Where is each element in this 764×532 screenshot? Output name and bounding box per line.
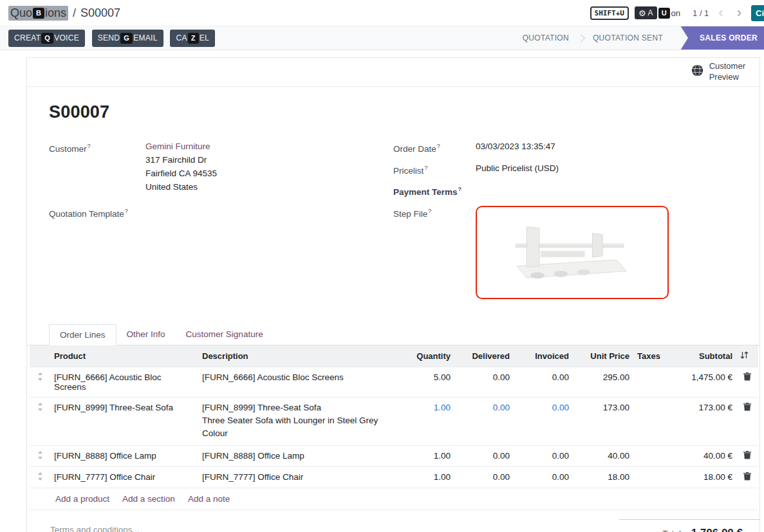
order-line-row-2[interactable]: [FURN_8999] Three-Seat Sofa [FURN_8999] … <box>30 397 758 445</box>
cancel-label-post: EL <box>200 33 209 42</box>
tab-order-lines[interactable]: Order Lines <box>49 324 116 345</box>
cell-quantity[interactable]: 1.00 <box>398 466 454 488</box>
cell-taxes[interactable] <box>633 367 669 397</box>
delete-line-icon[interactable] <box>743 372 751 383</box>
cell-invoiced[interactable]: 0.00 <box>514 397 573 445</box>
pricelist-value[interactable]: Public Pricelist (USD) <box>476 161 559 178</box>
header-unit-price[interactable]: Unit Price <box>573 345 633 367</box>
header-description[interactable]: Description <box>198 345 398 367</box>
order-date-value[interactable]: 03/03/2023 13:35:47 <box>476 140 555 156</box>
table-footer-links-row: Add a product Add a section Add a note <box>30 488 758 509</box>
gear-icon: ⚙ <box>638 9 646 17</box>
cell-product[interactable]: [FURN_6666] Acoustic Bloc Screens <box>50 367 198 397</box>
drag-handle-icon[interactable] <box>37 403 43 413</box>
cell-invoiced[interactable]: 0.00 <box>514 367 573 397</box>
header-invoiced[interactable]: Invoiced <box>514 345 573 367</box>
drag-handle-icon[interactable] <box>37 372 43 383</box>
customer-link[interactable]: Gemini Furniture <box>145 140 217 153</box>
drag-handle-icon[interactable] <box>37 451 43 461</box>
help-tooltip-marker: ? <box>424 165 427 171</box>
cell-invoiced[interactable]: 0.00 <box>514 445 573 466</box>
step-file-3d-render <box>503 216 642 289</box>
status-step-quotation[interactable]: QUOTATION <box>512 33 580 42</box>
cell-quantity[interactable]: 5.00 <box>398 367 454 397</box>
header-subtotal[interactable]: Subtotal <box>669 345 736 367</box>
step-file-preview[interactable] <box>476 206 669 299</box>
kbd-hint-send-email: G <box>120 33 133 44</box>
cell-product[interactable]: [FURN_7777] Office Chair <box>50 466 198 488</box>
cell-delivered[interactable]: 0.00 <box>454 397 514 445</box>
address-line-1: 317 Fairchild Dr <box>145 153 217 167</box>
header-delivered[interactable]: Delivered <box>454 345 514 367</box>
cell-unit-price[interactable]: 18.00 <box>573 466 633 488</box>
kbd-hint-action: U <box>658 8 670 19</box>
cell-unit-price[interactable]: 173.00 <box>573 397 633 445</box>
cell-delivered[interactable]: 0.00 <box>454 466 514 488</box>
cell-description[interactable]: [FURN_7777] Office Chair <box>198 466 398 488</box>
terms-and-conditions-input[interactable]: Terms and conditions... <box>50 525 140 532</box>
cell-invoiced[interactable]: 0.00 <box>514 466 573 488</box>
cell-unit-price[interactable]: 295.00 <box>573 367 633 397</box>
address-line-3: United States <box>145 180 217 194</box>
header-product[interactable]: Product <box>50 345 198 367</box>
customer-label: Customer? <box>49 140 145 194</box>
pager-previous-button[interactable]: ‹ <box>714 6 727 20</box>
optional-columns-icon[interactable] <box>736 345 758 367</box>
cell-delivered[interactable]: 0.00 <box>454 445 514 466</box>
pager-next-button[interactable]: › <box>733 6 745 20</box>
cancel-button[interactable]: CAZEL <box>170 30 215 47</box>
send-email-button[interactable]: SENDGEMAIL <box>92 30 163 47</box>
form-view: Customer Preview S00007 Customer? Gemini… <box>0 50 764 532</box>
cell-delivered[interactable]: 0.00 <box>454 367 514 397</box>
order-line-row-3[interactable]: [FURN_8888] Office Lamp [FURN_8888] Offi… <box>30 445 758 466</box>
cell-description[interactable]: [FURN_8888] Office Lamp <box>198 445 398 466</box>
cell-product[interactable]: [FURN_8888] Office Lamp <box>50 445 198 466</box>
cell-subtotal: 40.00 € <box>669 445 736 466</box>
delete-line-icon[interactable] <box>743 403 751 413</box>
breadcrumb-parent-text-post: ions <box>45 6 66 20</box>
breadcrumb: QuoBions / S00007 <box>8 6 120 21</box>
quotation-template-label: Quotation Template? <box>49 205 145 221</box>
cell-taxes[interactable] <box>633 397 669 445</box>
header-quantity[interactable]: Quantity <box>398 345 454 367</box>
add-product-link[interactable]: Add a product <box>55 494 109 504</box>
cell-unit-price[interactable]: 40.00 <box>573 445 633 466</box>
drag-handle-icon[interactable] <box>37 472 43 482</box>
breadcrumb-quotations-link[interactable]: QuoBions <box>8 6 68 21</box>
delete-line-icon[interactable] <box>743 472 751 482</box>
kbd-hint-create-invoice: Q <box>41 33 53 44</box>
order-line-row-1[interactable]: [FURN_6666] Acoustic Bloc Screens [FURN_… <box>30 367 758 397</box>
header-taxes[interactable]: Taxes <box>633 345 669 367</box>
add-note-link[interactable]: Add a note <box>188 494 230 504</box>
payment-terms-label: Payment Terms? <box>393 183 476 199</box>
delete-line-icon[interactable] <box>743 451 751 461</box>
help-tooltip-marker: ? <box>88 143 91 149</box>
cell-taxes[interactable] <box>633 466 669 488</box>
send-email-label-post: EMAIL <box>133 33 158 42</box>
cancel-label-pre: CA <box>176 33 187 42</box>
create-invoice-label-pre: CREAT <box>14 33 41 42</box>
shortcut-badge-shift-u: SHIFT+U <box>590 6 629 20</box>
tab-customer-signature[interactable]: Customer Signature <box>176 324 274 345</box>
table-header-row: Product Description Quantity Delivered I… <box>30 345 758 367</box>
cell-taxes[interactable] <box>633 445 669 466</box>
cell-description[interactable]: [FURN_6666] Acoustic Bloc Screens <box>198 367 398 397</box>
customer-value[interactable]: Gemini Furniture 317 Fairchild Dr Fairfi… <box>145 140 217 194</box>
cell-quantity[interactable]: 1.00 <box>398 445 454 466</box>
pricelist-label: Pricelist? <box>393 161 476 178</box>
tab-other-info[interactable]: Other Info <box>116 324 176 345</box>
field-pricelist: Pricelist? Public Pricelist (USD) <box>393 161 738 178</box>
status-step-quotation-sent[interactable]: QUOTATION SENT <box>582 33 674 42</box>
page-title[interactable]: S00007 <box>49 102 738 122</box>
action-label-post: on <box>671 8 680 18</box>
cell-product[interactable]: [FURN_8999] Three-Seat Sofa <box>50 397 198 445</box>
cell-quantity[interactable]: 1.00 <box>398 397 454 445</box>
create-invoice-button[interactable]: CREATQVOICE <box>8 30 85 47</box>
order-line-row-4[interactable]: [FURN_7777] Office Chair [FURN_7777] Off… <box>30 466 758 488</box>
status-step-sales-order-active[interactable]: SALES ORDER <box>680 26 764 50</box>
action-menu-button[interactable]: ⚙AUon <box>635 6 680 19</box>
cell-subtotal: 173.00 € <box>669 397 736 445</box>
customer-preview-button[interactable]: Customer Preview <box>691 61 745 83</box>
cell-description[interactable]: [FURN_8999] Three-Seat SofaThree Seater … <box>198 397 398 445</box>
add-section-link[interactable]: Add a section <box>122 494 175 504</box>
